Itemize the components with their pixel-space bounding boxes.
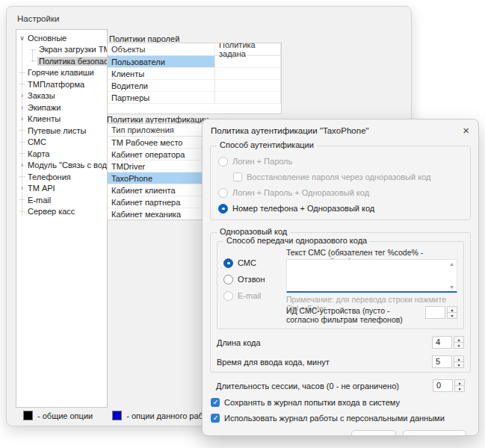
cross-icon: ✖	[413, 434, 421, 437]
otp-delivery-group: Способ передачи одноразового кода СМС От…	[217, 241, 464, 329]
checkbox-log-attempts[interactable]: Сохранять в журнал попытки входа в систе…	[211, 397, 471, 408]
scroll-up-icon[interactable]: ▲	[449, 261, 454, 267]
table-row[interactable]: Водители	[108, 80, 281, 92]
radio-checked-icon[interactable]	[223, 258, 233, 268]
tree-item-sms[interactable]: СМС	[16, 137, 107, 149]
dialog-header: Политика аутентификации "TaxoPhone" ×	[203, 119, 478, 139]
tree-item-server-kass[interactable]: Сервер касс	[16, 206, 107, 218]
spin-down-icon[interactable]: ▼	[455, 386, 464, 391]
radio-sms[interactable]: СМС	[223, 258, 286, 268]
settings-tree: ∨ Основные Экран загрузки ТМ Политика бе…	[16, 29, 108, 408]
radio-phone-otp[interactable]: Номер телефона + Одноразовый код	[218, 203, 463, 214]
session-duration-row: Длительность сессии, часов (0 - не огран…	[216, 379, 465, 392]
tree-connector	[18, 199, 26, 200]
column-header-objects[interactable]: Объекты	[108, 43, 215, 55]
tree-item-tmplatforma[interactable]: ТМПлатформа	[16, 78, 107, 90]
code-time-row: Время для ввода кода, минут 5 ▲ ▼	[217, 355, 464, 368]
tree-connector	[18, 211, 26, 212]
tree-item-goryachie-klavishi[interactable]: Горячие клавиши	[16, 67, 107, 79]
radio-callback[interactable]: Отзвон	[223, 274, 286, 284]
tree-item-putevye-listy[interactable]: Путевые листы	[16, 125, 107, 137]
checkbox-checked-icon[interactable]	[211, 414, 220, 423]
table-row[interactable]: Пользователи	[108, 56, 281, 68]
checkbox-password-recovery[interactable]: Восстановление пароля через одноразовый …	[233, 172, 463, 182]
ok-button[interactable]: ✔ OK	[351, 430, 397, 436]
sms-text-input[interactable]: ▲ ▼	[286, 259, 457, 293]
radio-checked-icon[interactable]	[218, 204, 228, 214]
policy-cell[interactable]	[215, 80, 281, 91]
tree-item-zakazy[interactable]: › Заказы	[16, 90, 107, 102]
chevron-down-icon[interactable]: ∨	[18, 34, 26, 42]
common-options-swatch	[23, 411, 33, 420]
password-policies-table: Объекты Политика задана Пользователи Кли…	[107, 43, 282, 114]
chevron-right-icon[interactable]: ›	[18, 115, 26, 122]
radio-icon[interactable]	[223, 275, 233, 284]
tree-connector	[18, 130, 26, 131]
chevron-right-icon[interactable]: ›	[18, 161, 26, 169]
radio-icon[interactable]	[218, 157, 228, 167]
radio-login-password[interactable]: Логин + Пароль	[218, 156, 463, 167]
workplace-options-swatch	[112, 411, 122, 420]
otp-group: Одноразовый код Способ передачи одноразо…	[210, 232, 471, 373]
tree-item-politika-bezopasnosti[interactable]: Политика безопасност	[16, 55, 107, 67]
spin-up-icon[interactable]: ▲	[454, 356, 463, 362]
code-length-input[interactable]: 4	[432, 336, 452, 349]
spin-down-icon[interactable]: ▼	[454, 362, 463, 367]
column-header-policy[interactable]: Политика задана	[215, 43, 281, 55]
tree-item-ekran-zagruzki[interactable]: Экран загрузки ТМ	[16, 44, 107, 56]
tree-item-email[interactable]: E-mail	[16, 194, 107, 206]
session-duration-input[interactable]: 0	[433, 379, 453, 392]
table-row[interactable]: Партнеры	[108, 92, 281, 104]
tree-item-telefoniya[interactable]: Телефония	[16, 171, 107, 183]
radio-icon[interactable]	[223, 291, 233, 301]
tree-connector	[29, 60, 37, 61]
policy-cell[interactable]	[215, 92, 281, 103]
spin-down-icon[interactable]: ▼	[448, 313, 457, 318]
chevron-right-icon[interactable]: ›	[18, 104, 26, 111]
spin-up-icon[interactable]: ▲	[454, 337, 463, 343]
auth-method-group: Способ аутентификации Логин + Пароль Вос…	[210, 146, 471, 220]
policy-cell[interactable]	[215, 56, 281, 67]
sms-device-label: ИД СМС-устройства (пусто - согласно филь…	[286, 306, 425, 324]
tree-item-tm-api[interactable]: › ТМ API	[16, 183, 107, 195]
spin-up-icon[interactable]: ▲	[448, 307, 457, 313]
chevron-right-icon[interactable]: ›	[18, 92, 26, 99]
common-options-label: - общие опции	[37, 411, 93, 420]
radio-email[interactable]: E-mail	[223, 290, 286, 301]
object-cell[interactable]: Партнеры	[108, 92, 215, 103]
close-icon[interactable]: ×	[463, 125, 469, 136]
check-icon: ✔	[362, 434, 369, 437]
policy-cell[interactable]	[215, 68, 281, 79]
tree-item-modul-svyaz[interactable]: › Модуль "Связь с водителя	[16, 160, 107, 172]
radio-icon[interactable]	[218, 188, 228, 198]
sms-note: Примечание: для перевода строки нажмите …	[286, 295, 457, 304]
window-title: Настройки	[17, 14, 59, 23]
code-time-input[interactable]: 5	[432, 355, 452, 368]
code-length-row: Длина кода 4 ▲ ▼	[217, 336, 464, 349]
table-row[interactable]: Клиенты	[108, 68, 281, 80]
object-cell[interactable]: Клиенты	[108, 68, 215, 79]
radio-login-password-otp[interactable]: Логин + Пароль + Одноразовый код	[218, 187, 463, 198]
code-time-label: Время для ввода кода, минут	[217, 358, 432, 367]
object-cell[interactable]: Пользователи	[108, 56, 215, 67]
tree-item-osnovnye[interactable]: ∨ Основные	[16, 32, 107, 44]
chevron-right-icon[interactable]: ›	[18, 184, 26, 192]
checkbox-checked-icon[interactable]	[211, 398, 220, 407]
checkbox-icon[interactable]	[233, 172, 242, 181]
code-length-label: Длина кода	[217, 338, 432, 347]
otp-group-title: Одноразовый код	[217, 227, 290, 236]
tree-item-ekipazhi[interactable]: › Экипажи	[16, 102, 107, 113]
cancel-button[interactable]: ✖ Отмена	[403, 430, 466, 436]
spin-up-icon[interactable]: ▲	[455, 380, 464, 386]
tree-item-karta[interactable]: Карта	[16, 148, 107, 160]
sms-device-spinner: ▲ ▼	[425, 306, 457, 319]
spin-down-icon[interactable]: ▼	[454, 343, 463, 348]
object-cell[interactable]: Водители	[108, 80, 215, 91]
tree-connector	[18, 84, 26, 84]
sms-device-input[interactable]	[425, 306, 445, 319]
scroll-down-icon[interactable]: ▼	[449, 284, 454, 290]
checkbox-personal-data-journal[interactable]: Использовать журнал работы с персональны…	[211, 413, 471, 423]
tree-connector	[18, 72, 26, 73]
tree-item-klienty[interactable]: › Клиенты	[16, 113, 107, 125]
code-time-spinner: 5 ▲ ▼	[432, 355, 464, 368]
